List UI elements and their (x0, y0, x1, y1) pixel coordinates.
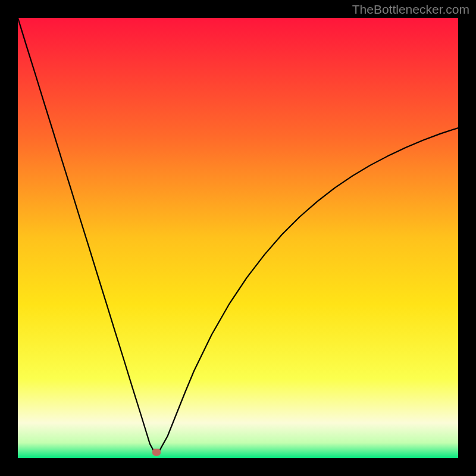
plot-area (18, 18, 458, 458)
gradient-background (18, 18, 458, 458)
chart-frame: TheBottlenecker.com (0, 0, 476, 476)
optimal-point-marker (152, 449, 161, 456)
attribution-label: TheBottlenecker.com (352, 2, 469, 17)
chart-svg (18, 18, 458, 458)
